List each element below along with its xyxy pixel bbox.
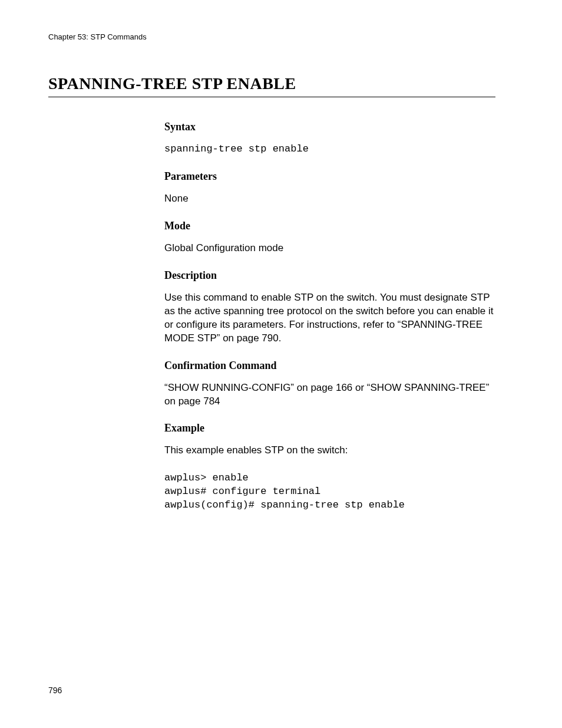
page-title: SPANNING-TREE STP ENABLE bbox=[48, 74, 495, 97]
confirmation-heading: Confirmation Command bbox=[164, 360, 495, 372]
parameters-text: None bbox=[164, 192, 495, 206]
description-text: Use this command to enable STP on the sw… bbox=[164, 291, 495, 345]
parameters-heading: Parameters bbox=[164, 170, 495, 183]
chapter-header: Chapter 53: STP Commands bbox=[48, 32, 495, 41]
page-number: 796 bbox=[48, 686, 62, 695]
example-text: This example enables STP on the switch: bbox=[164, 444, 495, 457]
mode-heading: Mode bbox=[164, 220, 495, 232]
syntax-heading: Syntax bbox=[164, 121, 495, 133]
mode-text: Global Configuration mode bbox=[164, 242, 495, 255]
confirmation-text: “SHOW RUNNING-CONFIG” on page 166 or “SH… bbox=[164, 381, 495, 409]
syntax-code: spanning-tree stp enable bbox=[164, 143, 495, 156]
example-code: awplus> enable awplus# configure termina… bbox=[164, 472, 495, 512]
page-container: Chapter 53: STP Commands SPANNING-TREE S… bbox=[0, 0, 562, 512]
description-heading: Description bbox=[164, 269, 495, 282]
content-area: Syntax spanning-tree stp enable Paramete… bbox=[164, 121, 495, 512]
example-heading: Example bbox=[164, 422, 495, 434]
